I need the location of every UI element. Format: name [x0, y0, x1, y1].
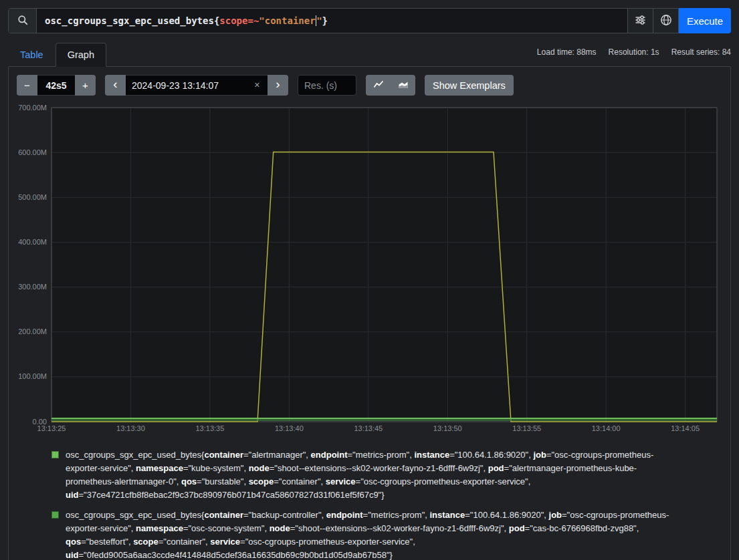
- tab-graph[interactable]: Graph: [56, 43, 106, 67]
- svg-text:13:13:30: 13:13:30: [116, 424, 145, 432]
- svg-text:500.00M: 500.00M: [18, 193, 47, 201]
- svg-text:13:13:40: 13:13:40: [275, 424, 304, 432]
- legend-item[interactable]: osc_cgroups_sgx_epc_used_bytes{container…: [51, 509, 677, 560]
- chart-type-toggle: [366, 75, 415, 96]
- range-input[interactable]: 42s5: [37, 75, 75, 96]
- tab-table[interactable]: Table: [8, 43, 56, 67]
- svg-text:300.00M: 300.00M: [18, 283, 47, 291]
- end-time-input[interactable]: 2024-09-23 13:14:07 ✕: [126, 75, 268, 96]
- svg-text:13:14:00: 13:14:00: [592, 424, 621, 432]
- svg-text:200.00M: 200.00M: [18, 327, 47, 335]
- chevron-left-icon: ‹: [113, 77, 117, 94]
- stacked-chart-icon: [398, 79, 409, 92]
- time-forward-button[interactable]: ›: [268, 75, 288, 96]
- metrics-explorer-button[interactable]: [653, 9, 678, 33]
- range-decrease-button[interactable]: −: [17, 75, 37, 96]
- search-button[interactable]: [9, 9, 37, 33]
- svg-text:700.00M: 700.00M: [18, 104, 47, 112]
- range-increase-button[interactable]: +: [75, 75, 96, 96]
- query-bar: osc_cgroups_sgx_epc_used_bytes{scope=~"c…: [8, 8, 731, 33]
- series-label: osc_cgroups_sgx_epc_used_bytes{container…: [66, 509, 671, 560]
- svg-text:13:13:50: 13:13:50: [433, 424, 462, 432]
- query-stats: Load time: 88ms Resolution: 1s Result se…: [537, 47, 731, 66]
- tabs-row: Table Graph Load time: 88ms Resolution: …: [8, 43, 731, 66]
- clear-time-icon[interactable]: ✕: [253, 80, 261, 91]
- sliders-icon: [635, 15, 646, 27]
- prometheus-graph-page: osc_cgroups_sgx_epc_used_bytes{scope=~"c…: [0, 0, 739, 560]
- svg-text:13:13:25: 13:13:25: [37, 424, 66, 432]
- time-back-button[interactable]: ‹: [105, 75, 126, 96]
- svg-text:600.00M: 600.00M: [18, 148, 47, 156]
- svg-text:13:13:55: 13:13:55: [512, 424, 541, 432]
- range-control: − 42s5 +: [17, 75, 96, 96]
- show-exemplars-button[interactable]: Show Exemplars: [425, 75, 514, 96]
- resolution-input[interactable]: [298, 75, 356, 96]
- tabs: Table Graph: [8, 43, 106, 67]
- line-chart-button[interactable]: [366, 75, 391, 96]
- query-options-button[interactable]: [627, 9, 653, 33]
- chart-area: 0.00100.00M200.00M300.00M400.00M500.00M6…: [9, 104, 730, 438]
- svg-text:400.00M: 400.00M: [18, 238, 47, 246]
- graph-controls: − 42s5 + ‹ 2024-09-23 13:14:07 ✕ ›: [9, 67, 730, 104]
- execute-button[interactable]: Execute: [679, 8, 731, 33]
- time-control: ‹ 2024-09-23 13:14:07 ✕ ›: [105, 75, 288, 96]
- svg-text:13:14:05: 13:14:05: [671, 424, 700, 432]
- chevron-right-icon: ›: [276, 77, 280, 94]
- result-series-stat: Result series: 84: [671, 47, 731, 57]
- series-color-swatch: [51, 451, 59, 458]
- graph-panel: − 42s5 + ‹ 2024-09-23 13:14:07 ✕ ›: [8, 66, 731, 560]
- series-label: osc_cgroups_sgx_epc_used_bytes{container…: [66, 448, 671, 503]
- series-legend: osc_cgroups_sgx_epc_used_bytes{container…: [9, 438, 730, 560]
- resolution-stat: Resolution: 1s: [609, 47, 659, 57]
- graph-chart[interactable]: 0.00100.00M200.00M300.00M400.00M500.00M6…: [17, 104, 722, 438]
- svg-text:100.00M: 100.00M: [18, 372, 47, 380]
- globe-icon: [660, 14, 672, 28]
- end-time-value: 2024-09-23 13:14:07: [132, 80, 219, 91]
- svg-text:13:13:35: 13:13:35: [195, 424, 224, 432]
- load-time-stat: Load time: 88ms: [537, 47, 597, 57]
- query-input-group: osc_cgroups_sgx_epc_used_bytes{scope=~"c…: [8, 8, 679, 33]
- search-icon: [17, 15, 28, 27]
- line-chart-icon: [373, 79, 384, 92]
- query-expression-input[interactable]: osc_cgroups_sgx_epc_used_bytes{scope=~"c…: [37, 9, 627, 33]
- svg-text:13:13:45: 13:13:45: [354, 424, 383, 432]
- series-color-swatch: [51, 511, 59, 519]
- legend-item[interactable]: osc_cgroups_sgx_epc_used_bytes{container…: [51, 448, 677, 503]
- stacked-chart-button[interactable]: [391, 75, 415, 96]
